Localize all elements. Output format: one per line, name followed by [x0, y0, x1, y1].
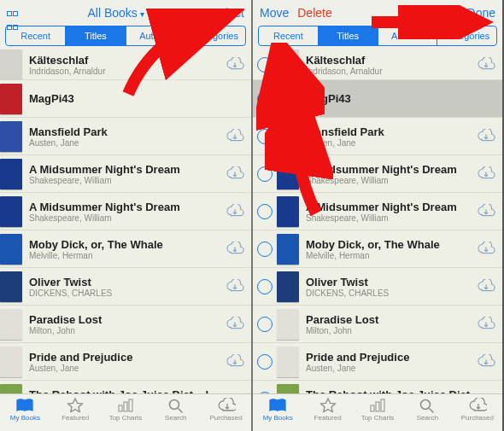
book-row[interactable]: Paradise LostMilton, John — [253, 306, 502, 343]
bars-icon — [353, 397, 402, 414]
tab-label: My Books — [253, 414, 302, 422]
svg-rect-4 — [371, 405, 374, 411]
book-author: Milton, John — [29, 326, 226, 335]
sort-segment[interactable]: RecentTitlesAuthorsCategories — [258, 26, 497, 46]
book-row[interactable]: KälteschlafIndridason, Arnaldur — [0, 50, 251, 80]
book-author: Indridason, Arnaldur — [306, 67, 477, 76]
book-row[interactable]: The Reboot with Joe Juice Diet – L…Cross… — [0, 381, 251, 393]
segment-categories[interactable]: Categories — [186, 26, 245, 45]
book-list[interactable]: KälteschlafIndridason, ArnaldurMagPi43Ma… — [0, 50, 251, 393]
tab-search[interactable]: Search — [150, 394, 201, 431]
book-row[interactable]: A Midsummer Night's DreamShakespeare, Wi… — [253, 193, 502, 230]
select-checkbox[interactable] — [253, 242, 277, 257]
cloud-download-icon[interactable] — [477, 242, 495, 257]
cloud-download-icon[interactable] — [226, 57, 244, 73]
cloud-download-icon[interactable] — [477, 129, 495, 144]
book-row[interactable]: The Reboot with Joe Juice Diet…Cross, Jo… — [253, 381, 502, 393]
topbar: Move Delete Done — [253, 0, 502, 26]
select-checkbox[interactable] — [253, 317, 277, 332]
book-row[interactable]: Oliver TwistDICKENS, CHARLES — [0, 268, 251, 306]
search-icon — [402, 397, 452, 414]
grid-toggle[interactable] — [7, 6, 21, 20]
tab-featured[interactable]: Featured — [302, 394, 352, 431]
delete-button[interactable]: Delete — [297, 6, 331, 20]
grid-icon — [7, 6, 21, 20]
select-button[interactable]: Select — [211, 6, 244, 20]
svg-point-7 — [421, 400, 431, 410]
tab-purchased[interactable]: Purchased — [453, 394, 502, 431]
tab-top-charts[interactable]: Top Charts — [101, 394, 151, 431]
book-author: Austen, Jane — [29, 138, 226, 148]
book-author: Shakespeare, William — [306, 176, 477, 185]
cloud-download-icon[interactable] — [226, 242, 244, 257]
book-row[interactable]: Pride and PrejudiceAusten, Jane — [0, 343, 251, 381]
cloud-icon — [201, 397, 251, 414]
segment-titles[interactable]: Titles — [66, 26, 126, 45]
tab-my-books[interactable]: My Books — [253, 394, 302, 431]
cloud-download-icon[interactable] — [477, 166, 495, 182]
tab-label: Purchased — [201, 414, 251, 422]
book-row[interactable]: Pride and PrejudiceAusten, Jane — [253, 343, 502, 381]
cloud-download-icon[interactable] — [226, 204, 244, 219]
book-row[interactable]: A Midsummer Night's DreamShakespeare, Wi… — [0, 155, 251, 193]
book-row[interactable]: A Midsummer Night's DreamShakespeare, Wi… — [253, 155, 502, 193]
select-checkbox[interactable] — [253, 279, 277, 294]
move-button[interactable]: Move — [260, 6, 289, 20]
cloud-download-icon[interactable] — [477, 317, 495, 332]
book-row[interactable]: Moby Dick, or, The WhaleMelville, Herman — [0, 230, 251, 268]
segment-authors[interactable]: Authors — [126, 26, 186, 45]
svg-point-3 — [169, 400, 179, 410]
cloud-download-icon[interactable] — [226, 166, 244, 182]
book-row[interactable]: KälteschlafIndridason, Arnaldur — [253, 50, 502, 80]
select-checkbox[interactable] — [253, 166, 277, 182]
tab-label: Featured — [302, 414, 352, 422]
tab-my-books[interactable]: My Books — [0, 394, 50, 431]
tab-label: Search — [402, 414, 452, 422]
topbar: All Books Select — [0, 0, 251, 26]
book-row[interactable]: Mansfield ParkAusten, Jane — [0, 118, 251, 155]
segment-titles[interactable]: Titles — [319, 26, 378, 45]
tab-search[interactable]: Search — [402, 394, 452, 431]
book-list[interactable]: KälteschlafIndridason, ArnaldurMagPi43Ma… — [253, 50, 502, 393]
tabbar: My BooksFeaturedTop ChartsSearchPurchase… — [0, 393, 251, 431]
book-row[interactable]: MagPi43 — [253, 80, 502, 118]
book-title: Paradise Lost — [29, 313, 226, 326]
cloud-download-icon[interactable] — [477, 354, 495, 370]
cloud-download-icon[interactable] — [226, 354, 244, 370]
select-checkbox[interactable] — [253, 354, 277, 370]
segment-categories[interactable]: Categories — [437, 26, 496, 45]
tab-featured[interactable]: Featured — [50, 394, 101, 431]
book-row[interactable]: Paradise LostMilton, John — [0, 306, 251, 343]
done-button[interactable]: Done — [467, 6, 495, 20]
book-author: Austen, Jane — [306, 138, 477, 148]
svg-rect-0 — [119, 405, 122, 411]
segment-recent[interactable]: Recent — [259, 26, 319, 45]
book-thumbnail — [277, 271, 299, 302]
screen-edit: Move Delete Done RecentTitlesAuthorsCate… — [251, 0, 502, 431]
book-row[interactable]: A Midsummer Night's DreamShakespeare, Wi… — [0, 193, 251, 230]
collection-dropdown[interactable]: All Books — [21, 6, 211, 20]
segment-authors[interactable]: Authors — [378, 26, 438, 45]
cloud-download-icon[interactable] — [226, 317, 244, 332]
select-checkbox[interactable] — [253, 57, 277, 73]
tab-top-charts[interactable]: Top Charts — [353, 394, 402, 431]
book-author: Milton, John — [306, 326, 477, 335]
cloud-download-icon[interactable] — [226, 129, 244, 144]
cloud-download-icon[interactable] — [477, 57, 495, 73]
select-checkbox[interactable] — [253, 91, 277, 107]
cloud-download-icon[interactable] — [477, 279, 495, 294]
cloud-download-icon[interactable] — [226, 279, 244, 294]
select-checkbox[interactable] — [253, 204, 277, 219]
segment-recent[interactable]: Recent — [6, 26, 66, 45]
book-row[interactable]: Moby Dick, or, The WhaleMelville, Herman — [253, 230, 502, 268]
cloud-download-icon[interactable] — [477, 204, 495, 219]
book-row[interactable]: Mansfield ParkAusten, Jane — [253, 118, 502, 155]
tab-label: Search — [150, 414, 201, 422]
sort-segment[interactable]: RecentTitlesAuthorsCategories — [5, 26, 246, 46]
select-checkbox[interactable] — [253, 129, 277, 144]
book-icon — [253, 397, 302, 414]
tab-purchased[interactable]: Purchased — [201, 394, 251, 431]
book-row[interactable]: Oliver TwistDICKENS, CHARLES — [253, 268, 502, 306]
select-checkbox[interactable] — [253, 392, 277, 394]
book-row[interactable]: MagPi43 — [0, 80, 251, 118]
